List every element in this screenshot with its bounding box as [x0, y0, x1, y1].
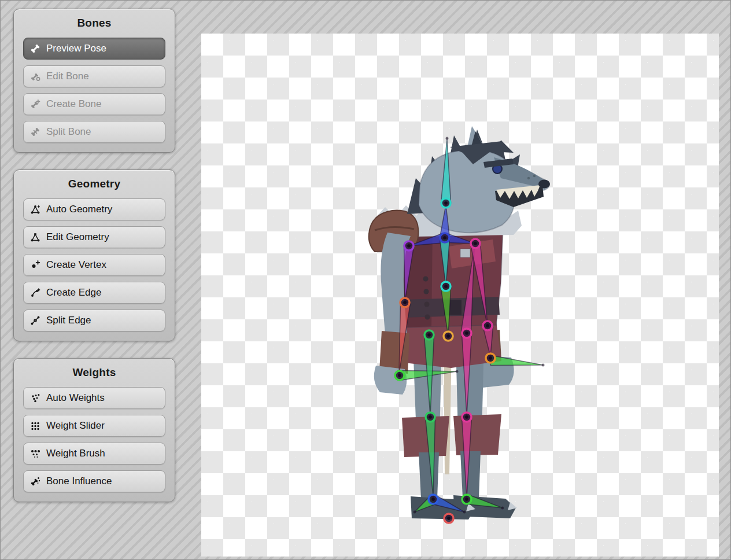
button-label: Edit Geometry [46, 231, 109, 243]
canvas[interactable] [201, 34, 719, 557]
create-edge-button[interactable]: Create Edge [23, 282, 165, 304]
edit-bone-button[interactable]: Edit Bone [23, 65, 165, 87]
button-label: Bone Influence [46, 476, 112, 487]
rig-joint-center [431, 498, 435, 501]
auto-geometry-icon [29, 204, 41, 215]
button-label: Auto Weights [46, 392, 105, 404]
app-window: Bones Preview Pose Edit Bone Create Bone [0, 0, 731, 560]
button-label: Create Bone [46, 98, 101, 110]
split-edge-icon [29, 315, 41, 326]
weight-slider-icon [29, 421, 41, 431]
split-bone-icon [29, 127, 41, 137]
edit-geometry-icon [29, 232, 41, 242]
panel-title-weights: Weights [23, 366, 165, 379]
bone-icon [29, 43, 41, 54]
edit-geometry-button[interactable]: Edit Geometry [23, 226, 165, 248]
panel-title-geometry: Geometry [23, 178, 165, 190]
panel-title-bones: Bones [23, 17, 165, 30]
panel-weights: Weights Auto Weights Weight Slider Weigh… [13, 358, 175, 502]
panel-geometry: Geometry Auto Geometry Edit Geometry Cre… [13, 170, 175, 341]
rig-joint-center [465, 415, 468, 419]
button-label: Preview Pose [46, 43, 106, 54]
button-label: Auto Geometry [46, 204, 112, 215]
button-label: Edit Bone [46, 71, 89, 82]
bone-tip [456, 370, 459, 373]
weight-slider-button[interactable]: Weight Slider [23, 415, 165, 437]
rig-joint-center [444, 285, 448, 288]
button-label: Weight Slider [46, 420, 105, 432]
create-bone-button[interactable]: Create Bone [23, 93, 165, 115]
rig-joint-center [403, 301, 407, 304]
weight-brush-button[interactable]: Weight Brush [23, 443, 165, 465]
bone-hand-right[interactable] [490, 356, 543, 366]
rig-joint-center [486, 324, 489, 327]
rig-joint-center [465, 331, 468, 335]
bone-tip [463, 511, 466, 514]
create-bone-icon [29, 99, 41, 109]
bone-influence-icon [29, 476, 41, 487]
character-illustration [369, 126, 550, 520]
bone-tip [446, 137, 449, 140]
rig-joint-center [443, 236, 446, 240]
split-bone-button[interactable]: Split Bone [23, 121, 165, 143]
rig-joint-center [465, 498, 468, 501]
split-edge-button[interactable]: Split Edge [23, 310, 165, 331]
create-vertex-button[interactable]: Create Vertex [23, 254, 165, 276]
bone-tip [414, 511, 416, 514]
rig-joint-center [427, 333, 431, 337]
rig-joint-center [474, 242, 477, 245]
create-vertex-icon [29, 260, 41, 270]
bone-tip [542, 364, 545, 367]
bone-tip [501, 507, 504, 510]
button-label: Split Edge [46, 315, 91, 326]
rig-joint-center [429, 415, 432, 419]
rig-joint-center [446, 334, 450, 338]
create-edge-icon [29, 288, 41, 298]
edit-bone-icon [29, 71, 41, 82]
auto-geometry-button[interactable]: Auto Geometry [23, 198, 165, 220]
rig-joint-center [489, 356, 492, 360]
auto-weights-button[interactable]: Auto Weights [23, 387, 165, 409]
panel-bones: Bones Preview Pose Edit Bone Create Bone [13, 9, 175, 153]
scene-svg [201, 34, 719, 557]
rig-joint-center [407, 244, 411, 248]
auto-weights-icon [29, 393, 41, 403]
button-label: Create Vertex [46, 259, 106, 271]
button-label: Create Edge [46, 287, 101, 299]
weight-brush-icon [29, 448, 41, 459]
bone-influence-button[interactable]: Bone Influence [23, 470, 165, 492]
rig-joint-center [447, 517, 451, 520]
preview-pose-button[interactable]: Preview Pose [23, 38, 165, 60]
button-label: Weight Brush [46, 448, 105, 459]
button-label: Split Bone [46, 126, 91, 138]
rig-joint-center [398, 374, 401, 377]
rig-joint-center [444, 201, 448, 205]
